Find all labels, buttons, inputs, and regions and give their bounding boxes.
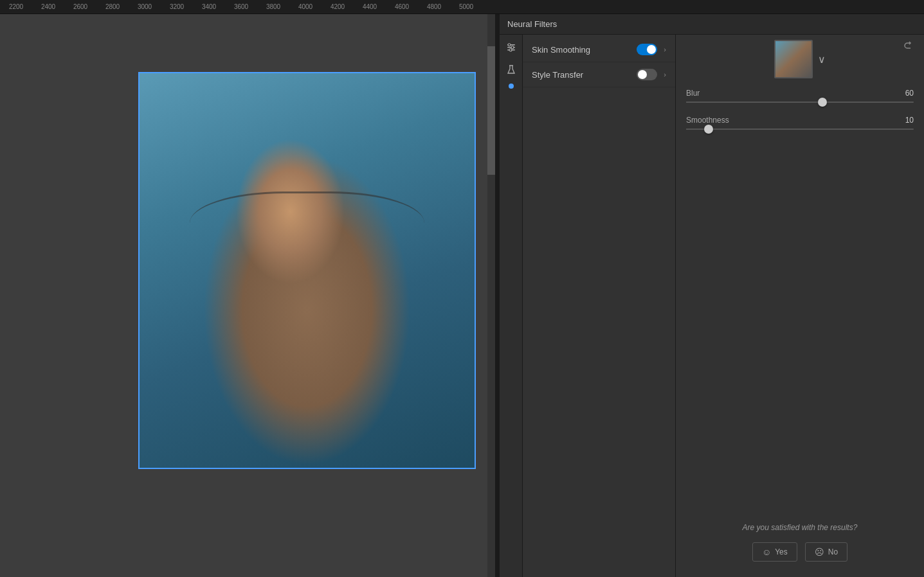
thumbnail-dropdown-icon[interactable]: ∨ <box>818 53 826 66</box>
ruler-tick: 3400 <box>193 3 225 10</box>
ruler-tick: 4400 <box>354 3 386 10</box>
ruler-tick: 4000 <box>289 3 322 10</box>
style-transfer-knob <box>638 70 647 79</box>
ruler-tick: 2200 <box>0 3 32 10</box>
svg-point-4 <box>511 46 514 49</box>
ruler-tick: 3200 <box>161 3 193 10</box>
skin-smoothing-chevron: › <box>664 46 666 53</box>
flask-icon[interactable] <box>503 62 519 77</box>
no-icon: ☹ <box>815 547 824 557</box>
smoothness-thumb[interactable] <box>704 125 713 134</box>
sliders-section: Blur 60 Smoothness 10 <box>676 89 924 508</box>
skin-smoothing-toggle[interactable] <box>637 44 657 55</box>
yes-label: Yes <box>775 547 788 556</box>
neural-panel-header: Neural Filters <box>500 14 924 35</box>
ruler-tick: 3600 <box>225 3 257 10</box>
blur-track[interactable] <box>686 102 914 103</box>
ruler-numbers: 2200 2400 2600 2800 3000 3200 3400 3600 … <box>0 3 482 10</box>
ruler-tick: 4800 <box>418 3 450 10</box>
panel-title: Neural Filters <box>507 19 557 29</box>
blur-label: Blur <box>686 89 700 98</box>
panel-sidebar <box>500 35 523 577</box>
face-bg <box>140 73 475 468</box>
smoothness-track[interactable] <box>686 129 914 130</box>
neural-panel: Neural Filters <box>499 14 924 577</box>
satisfaction-question: Are you satisfied with the results? <box>686 523 914 532</box>
skin-smoothing-label: Skin Smoothing <box>532 45 637 55</box>
filter-settings-area: ∨ Blur 60 <box>676 35 924 577</box>
canvas-image <box>140 73 475 468</box>
ruler-tick: 2600 <box>64 3 96 10</box>
smoothness-slider-row: Smoothness 10 <box>686 116 914 130</box>
thumbnail-image <box>774 40 813 78</box>
ruler-tick: 2400 <box>32 3 64 10</box>
blur-fill <box>686 102 822 103</box>
style-transfer-toggle[interactable] <box>637 69 657 80</box>
smoothness-label: Smoothness <box>686 116 729 125</box>
canvas-scrollbar-thumb[interactable] <box>487 46 495 175</box>
style-transfer-label: Style Transfer <box>532 70 637 80</box>
ruler-tick: 4200 <box>322 3 354 10</box>
ruler-bar: 2200 2400 2600 2800 3000 3200 3400 3600 … <box>0 0 924 14</box>
reset-button[interactable] <box>902 40 914 54</box>
filter-list: Skin Smoothing › Style Transfer › <box>523 35 676 577</box>
ruler-tick: 3800 <box>257 3 289 10</box>
canvas-scrollbar[interactable] <box>487 14 495 577</box>
blur-thumb[interactable] <box>818 98 827 107</box>
sliders-icon[interactable] <box>503 40 519 55</box>
canvas-area <box>0 14 495 577</box>
ruler-tick: 4600 <box>386 3 418 10</box>
satisfaction-section: Are you satisfied with the results? ☺ Ye… <box>676 508 924 577</box>
no-button[interactable]: ☹ No <box>805 542 847 562</box>
svg-point-5 <box>509 49 512 51</box>
ruler-tick: 5000 <box>450 3 482 10</box>
no-label: No <box>828 547 838 556</box>
skin-smoothing-item[interactable]: Skin Smoothing › <box>523 37 675 62</box>
svg-point-3 <box>508 44 511 46</box>
active-indicator <box>509 84 514 89</box>
thumbnail-area: ∨ <box>676 35 924 89</box>
canvas-image-container <box>138 72 476 469</box>
blur-slider-row: Blur 60 <box>686 89 914 103</box>
style-transfer-chevron: › <box>664 71 666 78</box>
style-transfer-item[interactable]: Style Transfer › <box>523 62 675 87</box>
blur-value: 60 <box>905 89 914 98</box>
skin-smoothing-knob <box>647 45 656 54</box>
smoothness-value: 10 <box>905 116 914 125</box>
satisfaction-buttons: ☺ Yes ☹ No <box>686 542 914 562</box>
yes-button[interactable]: ☺ Yes <box>752 542 797 562</box>
ruler-tick: 3000 <box>129 3 161 10</box>
yes-icon: ☺ <box>762 547 771 557</box>
ruler-tick: 2800 <box>96 3 129 10</box>
